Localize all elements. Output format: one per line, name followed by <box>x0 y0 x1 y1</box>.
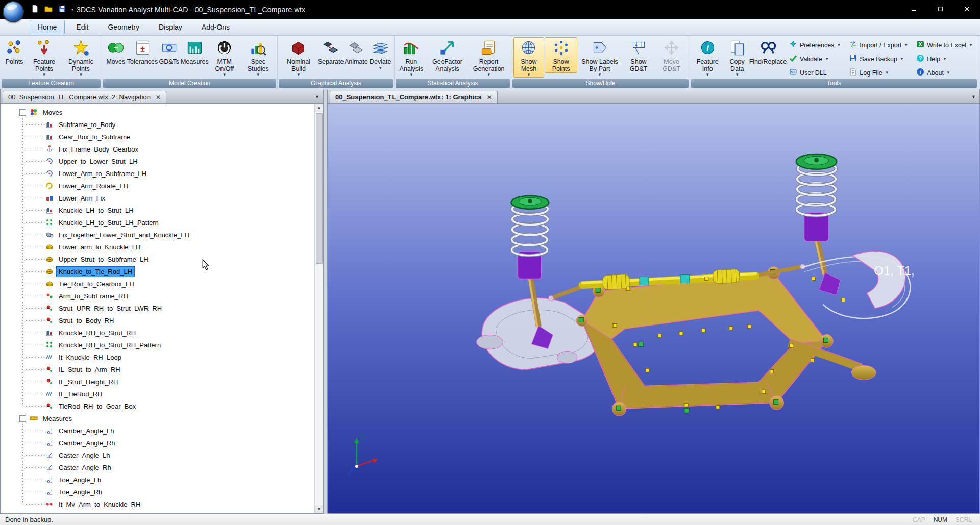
ribbon-button-validate[interactable]: Validate▼ <box>789 54 841 64</box>
ribbon-button-save-backup[interactable]: Save Backup▼ <box>849 54 908 64</box>
tree-item-knuckle-lh-to-strut-lh-pattern[interactable]: Knuckle_LH_to_Strut_LH_Pattern <box>1 216 314 229</box>
tree-item-camber-angle-rh[interactable]: Camber_Angle_Rh <box>1 437 314 449</box>
move-bars-icon <box>45 206 54 214</box>
ribbon-button-about[interactable]: iAbout▼ <box>916 68 973 78</box>
ribbon-button-import-export[interactable]: Import / Export▼ <box>849 40 908 50</box>
menu-tab-display[interactable]: Display <box>151 20 190 34</box>
tree-item-toe-angle-rh[interactable]: Toe_Angle_Rh <box>1 486 314 498</box>
ribbon-button-run-analysis[interactable]: Run Analysis▼ <box>397 37 426 78</box>
tree-item-fix-together-lower-strut-and-knuckle-lh[interactable]: Fix_together_Lower_Strut_and_Knuckle_LH <box>1 229 314 241</box>
ribbon-button-nominal-build[interactable]: Nominal Build▼ <box>280 37 317 78</box>
tree-node-moves[interactable]: Moves <box>1 106 314 118</box>
tree-item-strut-upr-rh-to-strut-lwr-rh[interactable]: Strut_UPR_RH_to_Strut_LWR_RH <box>1 302 314 314</box>
tree-item-il-strut-to-arm-rh[interactable]: IL_Strut_to_Arm_RH <box>1 363 314 376</box>
ribbon-button-help[interactable]: ?Help▼ <box>916 54 973 64</box>
copy-data-icon <box>728 39 746 58</box>
ribbon-button-show-gd-t[interactable]: AShow GD&T <box>622 37 655 73</box>
tree-item-upper-to-lower-strut-lh[interactable]: Upper_to_Lower_Strut_LH <box>1 155 314 167</box>
ribbon-button-show-labels-by-part[interactable]: Show Labels By Part▼ <box>578 37 622 78</box>
app-logo-orb-icon[interactable] <box>3 1 24 22</box>
tree-item-lower-arm-rotate-lh[interactable]: Lower_Arm_Rotate_LH <box>1 180 314 192</box>
tree-item-knuckle-lh-to-strut-lh[interactable]: Knuckle_LH_to_Strut_LH <box>1 204 314 216</box>
tree-item-fix-frame-body-gearbox[interactable]: Fix_Frame_Body_Gearbox <box>1 143 314 155</box>
tree-item-arm-to-subframe-rh[interactable]: Arm_to_SubFrame_RH <box>1 290 314 302</box>
menu-tab-add-ons[interactable]: Add-Ons <box>193 20 238 34</box>
ribbon-button-dynamic-points[interactable]: Dynamic Points▼ <box>62 37 100 78</box>
quick-access-dropdown-icon[interactable]: ▾ <box>71 7 74 12</box>
ribbon-button-points[interactable]: Points <box>3 37 26 66</box>
dropdown-arrow-icon: ▼ <box>223 73 227 77</box>
ribbon-button-animate[interactable]: Animate <box>344 37 368 66</box>
tree-item-lower-arm-fix[interactable]: Lower_Arm_Fix <box>1 192 314 204</box>
ribbon-button-find-replace[interactable]: Find/Replace <box>751 37 785 66</box>
ribbon-button-write-to-excel[interactable]: XWrite to Excel▼ <box>916 40 973 50</box>
tree-item-strut-to-body-rh[interactable]: Strut_to_Body_RH <box>1 314 314 327</box>
ribbon-button-geofactor-analysis[interactable]: GeoFactor Analysis <box>427 37 469 73</box>
moves-folder-icon <box>30 108 38 116</box>
open-folder-button[interactable] <box>43 5 54 15</box>
tree-item-tierod-rh-to-gear-box[interactable]: TieRod_RH_to_Gear_Box <box>1 400 314 412</box>
write-excel-icon: X <box>916 40 924 50</box>
ribbon-button-log-file[interactable]: Log File▼ <box>849 68 908 78</box>
ribbon-button-feature-points[interactable]: Feature Points▼ <box>27 37 62 78</box>
tree-item-lower-arm-to-subframe-lh[interactable]: Lower_Arm_to_Subframe_LH <box>1 167 314 180</box>
menu-tab-edit[interactable]: Edit <box>68 20 96 34</box>
tree-item-it-mv-arm-to-knuckle-rh[interactable]: It_Mv_Arm_to_Knuckle_RH <box>1 498 314 510</box>
tree-item-gear-box-to-subframe[interactable]: Gear_Box_to_Subframe <box>1 131 314 143</box>
graphics-tab-close-icon[interactable] <box>487 94 492 101</box>
tree-item-knuckle-rh-to-strut-rh-pattern[interactable]: Knuckle_RH_to_Strut_RH_Pattern <box>1 339 314 351</box>
pane-splitter[interactable] <box>324 89 327 514</box>
ribbon-button-user-dll[interactable]: DLLUser DLL <box>789 68 841 78</box>
ribbon-button-show-mesh[interactable]: Show Mesh▼ <box>513 37 545 78</box>
scroll-up-icon[interactable] <box>315 104 323 112</box>
ribbon-button-tolerances[interactable]: ±Tolerances <box>128 37 157 66</box>
expand-toggle-icon[interactable] <box>19 109 26 116</box>
tree-item-camber-angle-lh[interactable]: Camber_Angle_Lh <box>1 424 314 437</box>
ribbon-button-report-generation[interactable]: Report Generation▼ <box>469 37 509 78</box>
tree-node-measures[interactable]: Measures <box>1 412 314 424</box>
minimize-button[interactable] <box>900 0 927 19</box>
scroll-down-icon[interactable] <box>315 505 323 513</box>
ribbon-button-show-points[interactable]: Show Points <box>545 37 577 73</box>
scrollbar-thumb[interactable] <box>316 113 323 264</box>
dropdown-arrow-icon: ▼ <box>527 73 531 77</box>
close-button[interactable] <box>953 0 980 19</box>
ribbon-button-feature-info[interactable]: iFeature Info▼ <box>692 37 723 78</box>
graphics-viewport[interactable]: O1, T1, Z <box>328 104 979 513</box>
menu-tab-geometry[interactable]: Geometry <box>100 20 147 34</box>
ribbon-button-preferences[interactable]: Preferences▼ <box>789 40 841 50</box>
tree-item-caster-angle-lh[interactable]: Caster_Angle_Lh <box>1 449 314 461</box>
graphics-tab-list-icon[interactable] <box>971 94 976 99</box>
navigation-tab-close-icon[interactable] <box>156 94 161 101</box>
ribbon-button-gd-ts[interactable]: GD&Ts <box>157 37 181 66</box>
tree-item-il-strut-height-rh[interactable]: IL_Strut_Height_RH <box>1 376 314 388</box>
tree-item-caster-angle-rh[interactable]: Caster_Angle_Rh <box>1 461 314 473</box>
maximize-button[interactable] <box>927 0 953 19</box>
ribbon-button-measures[interactable]: Measures <box>181 37 208 66</box>
new-document-button[interactable] <box>30 5 40 15</box>
ribbon-button-spec-studies[interactable]: Spec Studies▼ <box>241 37 275 78</box>
ribbon-button-separate[interactable]: Separate <box>318 37 344 66</box>
tree-item-lower-arm-to-knuckle-lh[interactable]: Lower_arm_to_Knuckle_LH <box>1 241 314 253</box>
graphics-tab[interactable]: 00_Suspension_TL_Compare.wtx: 1: Graphic… <box>330 91 498 103</box>
navigation-scrollbar[interactable] <box>314 104 323 513</box>
save-button[interactable] <box>57 5 67 15</box>
ribbon-button-moves[interactable]: Moves <box>104 37 128 66</box>
tree-item-upper-strut-to-subframe-lh[interactable]: Upper_Strut_to_Subframe_LH <box>1 253 314 265</box>
tree-item-subframe-to-body[interactable]: Subframe_to_Body <box>1 118 314 131</box>
navigation-tab[interactable]: 00_Suspension_TL_Compare.wtx: 2: Navigat… <box>3 91 166 103</box>
dots-rg-icon <box>45 292 54 300</box>
expand-toggle-icon[interactable] <box>19 415 26 422</box>
tree-item-knuckle-rh-to-strut-rh[interactable]: Knuckle_RH_to_Strut_RH <box>1 327 314 339</box>
tree-item-knuckle-to-tie-rod-lh[interactable]: Knuckle_to_Tie_Rod_LH <box>1 265 314 278</box>
ribbon-button-mtm-on-off[interactable]: MTM On/Off▼ <box>208 37 240 78</box>
ribbon-button-deviate[interactable]: Deviate▼ <box>369 37 392 71</box>
navigation-tab-list-icon[interactable] <box>315 94 320 99</box>
tree-item-il-tierod-rh[interactable]: IL_TieRod_RH <box>1 388 314 400</box>
tree-item-tie-rod-to-gearbox-lh[interactable]: Tie_Rod_to_Gearbox_LH <box>1 278 314 290</box>
tree-item-toe-angle-lh[interactable]: Toe_Angle_Lh <box>1 473 314 486</box>
dropdown-arrow-icon: ▼ <box>79 73 83 77</box>
ribbon-button-copy-data[interactable]: Copy Data▼ <box>723 37 751 78</box>
tree-item-it-knuckle-rh-loop[interactable]: It_Knuckle_RH_Loop <box>1 351 314 363</box>
menu-tab-home[interactable]: Home <box>30 20 65 34</box>
